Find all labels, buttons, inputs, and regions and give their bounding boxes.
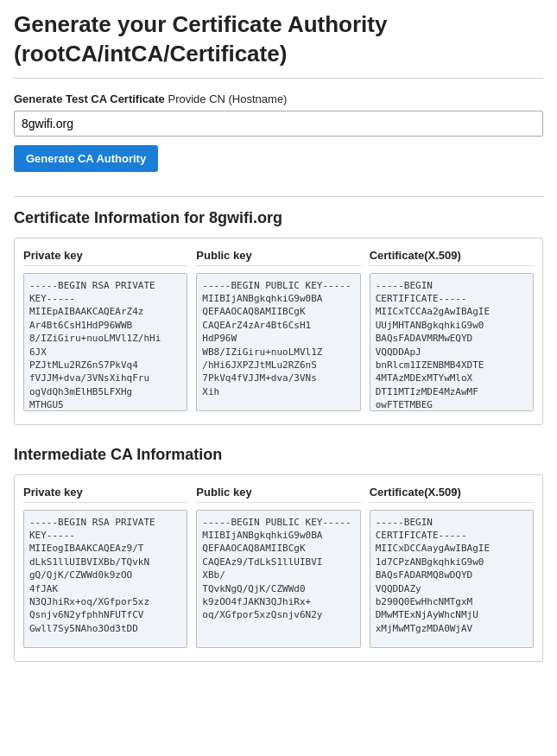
generate-label: Generate Test CA Certificate Provide CN … — [14, 92, 543, 105]
intermediate-public-textarea[interactable] — [196, 510, 360, 648]
intermediate-title: Intermediate CA Information — [14, 446, 543, 464]
intermediate-cert-header: Certificate(X.509) — [370, 486, 534, 503]
intermediate-private-header: Private key — [23, 486, 187, 503]
intermediate-cert-col: Certificate(X.509) — [370, 486, 534, 651]
intermediate-section: Intermediate CA Information Private key … — [14, 446, 543, 662]
cert-info-cert-header: Certificate(X.509) — [370, 249, 534, 266]
intermediate-cert-section: Private key Public key Certificate(X.509… — [14, 474, 543, 662]
cert-info-cert-textarea[interactable] — [370, 273, 534, 411]
cert-info-public-col: Public key — [196, 249, 360, 414]
generate-label-bold: Generate Test CA Certificate — [14, 92, 165, 105]
intermediate-cert-textarea[interactable] — [370, 510, 534, 648]
cert-info-public-textarea[interactable] — [196, 273, 360, 411]
cert-info-private-col: Private key — [23, 249, 187, 414]
intermediate-private-textarea[interactable] — [23, 510, 187, 648]
intermediate-public-header: Public key — [196, 486, 360, 503]
cert-info-private-textarea[interactable] — [23, 273, 187, 411]
hostname-input[interactable] — [14, 111, 543, 137]
cert-info-title: Certificate Information for 8gwifi.org — [14, 209, 543, 227]
generate-ca-button[interactable]: Generate CA Authority — [14, 145, 158, 172]
cert-info-grid: Private key Public key Certificate(X.509… — [23, 249, 534, 414]
intermediate-private-col: Private key — [23, 486, 187, 651]
cert-info-private-header: Private key — [23, 249, 187, 266]
cert-info-cert-col: Certificate(X.509) — [370, 249, 534, 414]
cert-info-section: Private key Public key Certificate(X.509… — [14, 238, 543, 425]
divider-1 — [14, 196, 543, 197]
intermediate-cert-grid: Private key Public key Certificate(X.509… — [23, 486, 534, 651]
intermediate-public-col: Public key — [196, 486, 360, 651]
cert-info-public-header: Public key — [196, 249, 360, 266]
generate-label-hint: Provide CN (Hostname) — [165, 92, 288, 105]
page-title: Generate your Certificate Authority (roo… — [14, 10, 543, 79]
